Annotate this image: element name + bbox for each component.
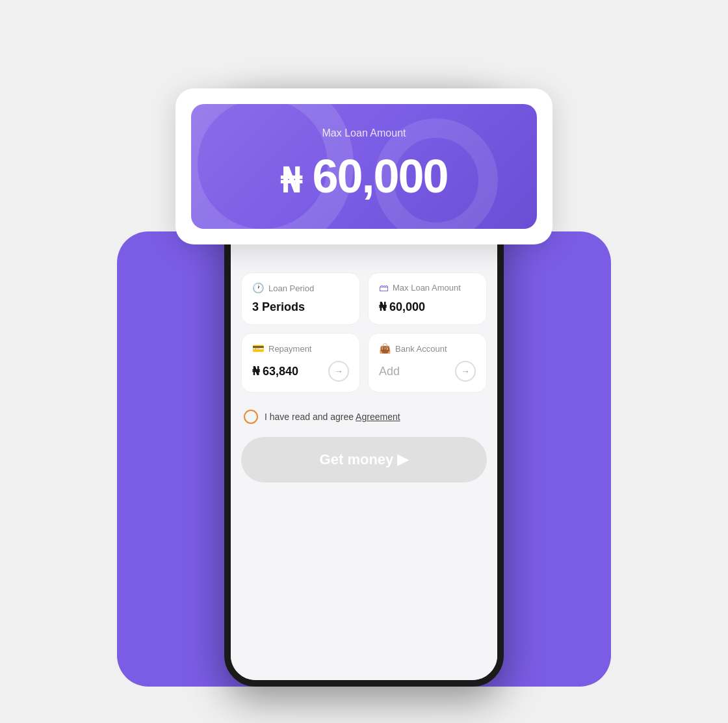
- repayment-card: 💳 Repayment ₦ 63,840 →: [241, 333, 360, 393]
- loan-period-header: 🕐 Loan Period: [252, 282, 349, 294]
- info-grid: 🕐 Loan Period 3 Periods 🗃 Max Loan Amoun…: [231, 265, 497, 401]
- loan-period-label: Loan Period: [268, 283, 314, 293]
- bank-account-header: 👜 Bank Account: [379, 343, 476, 354]
- agreement-checkbox[interactable]: [244, 410, 258, 424]
- repayment-label: Repayment: [268, 344, 311, 354]
- naira-symbol: ₦: [280, 162, 300, 200]
- repayment-arrow-button[interactable]: →: [328, 361, 349, 382]
- max-loan-value: ₦ 60,000: [379, 300, 476, 314]
- bank-account-card[interactable]: 👜 Bank Account Add →: [368, 333, 487, 393]
- get-money-label: Get money ▶: [320, 451, 409, 467]
- bank-icon: 👜: [379, 343, 391, 354]
- loan-period-value: 3 Periods: [252, 300, 349, 314]
- bank-account-row: Add →: [379, 361, 476, 382]
- agreement-link[interactable]: Agreement: [356, 412, 400, 422]
- agreement-row: I have read and agree Agreement: [231, 401, 497, 433]
- wallet-icon: 🗃: [379, 282, 389, 293]
- loan-period-card: 🕐 Loan Period 3 Periods: [241, 272, 360, 325]
- get-money-button[interactable]: Get money ▶: [241, 437, 487, 482]
- repayment-row: ₦ 63,840 →: [252, 361, 349, 382]
- agreement-text: I have read and agree Agreement: [265, 412, 400, 422]
- max-loan-label: Max Loan Amount: [393, 283, 461, 293]
- loan-display-amount: ₦ 60,000: [217, 150, 511, 203]
- bank-account-value: Add: [379, 365, 400, 378]
- bank-account-arrow-button[interactable]: →: [455, 361, 476, 382]
- loan-display-card: Max Loan Amount ₦ 60,000: [191, 104, 537, 229]
- scene: ‹ Cash9ja 🕐 Loan Period 3 Periods: [72, 36, 656, 687]
- max-loan-header: 🗃 Max Loan Amount: [379, 282, 476, 293]
- repayment-header: 💳 Repayment: [252, 343, 349, 354]
- clock-icon: 🕐: [252, 282, 265, 294]
- card-icon: 💳: [252, 343, 265, 354]
- repayment-value: ₦ 63,840: [252, 364, 298, 378]
- loan-amount-value: 60,000: [312, 150, 447, 202]
- floating-loan-card: Max Loan Amount ₦ 60,000: [176, 88, 552, 244]
- max-loan-card: 🗃 Max Loan Amount ₦ 60,000: [368, 272, 487, 325]
- bank-account-label: Bank Account: [395, 344, 447, 354]
- loan-display-label: Max Loan Amount: [217, 127, 511, 139]
